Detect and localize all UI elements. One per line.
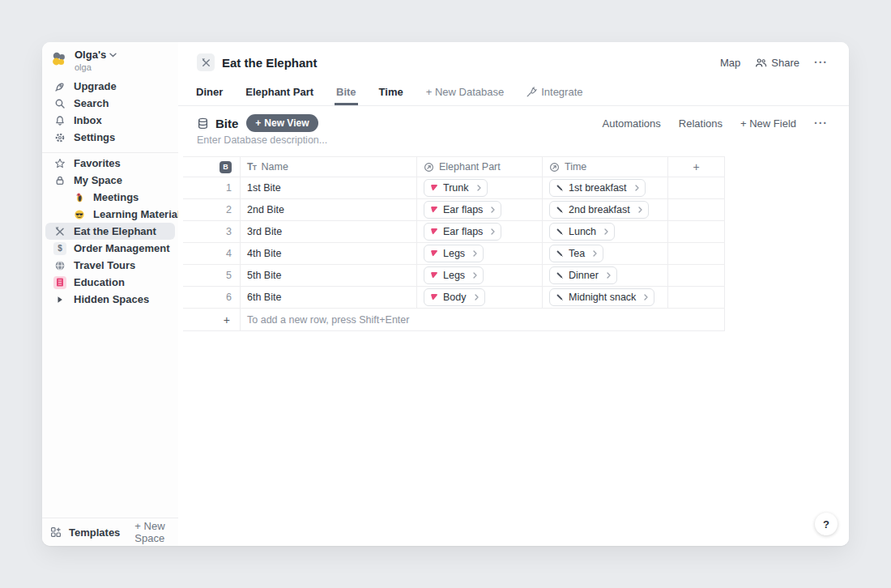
open-entity-chevron[interactable] [604,228,608,235]
empty-cell[interactable] [668,287,725,308]
name-cell[interactable]: 4th Bite [241,243,417,264]
lock-icon [53,174,66,187]
sidebar-item-meetings[interactable]: Meetings [45,189,175,206]
new-database-button[interactable]: + New Database [424,86,505,105]
sidebar-item-label: Favorites [74,157,121,169]
workspace-switcher[interactable]: Olga's olga [50,49,117,73]
sidebar-item-hidden-spaces[interactable]: Hidden Spaces [45,291,175,308]
empty-cell[interactable] [668,243,725,264]
help-button[interactable]: ? [815,513,838,535]
time-cell[interactable]: Tea [543,243,668,264]
column-header-time[interactable]: Time [543,157,668,177]
sidebar-item-inbox[interactable]: Inbox [45,112,175,129]
empty-cell[interactable] [668,199,725,220]
open-entity-chevron[interactable] [593,250,597,257]
add-row-plus-button[interactable]: + [183,309,241,330]
database-badge[interactable]: B [220,161,232,173]
integrate-button[interactable]: Integrate [525,86,584,105]
elephant-part-cell[interactable]: Ear flaps [417,221,543,242]
sidebar: Olga's olga Upgrade [42,42,179,546]
empty-cell[interactable] [668,221,725,242]
sidebar-item-label: Learning Materials [93,208,186,220]
open-entity-chevron[interactable] [607,272,611,279]
open-entity-chevron[interactable] [473,272,477,279]
column-header-name[interactable]: TT Name [241,157,417,177]
sidebar-item-search[interactable]: Search [45,95,175,112]
sidebar-item-eat-the-elephant[interactable]: Eat the Elephant [45,223,175,240]
column-header-elephant-part[interactable]: Elephant Part [417,157,543,177]
sidebar-item-label: Meetings [93,191,139,203]
relation-tag[interactable]: 1st breakfast [549,179,646,197]
open-entity-chevron[interactable] [635,185,639,191]
empty-cell[interactable] [668,265,725,286]
sidebar-item-settings[interactable]: Settings [45,129,175,146]
open-entity-chevron[interactable] [491,207,495,213]
relation-tag[interactable]: Legs [424,266,484,284]
time-cell[interactable]: Lunch [543,221,668,242]
automations-button[interactable]: Automations [603,117,661,130]
relations-button[interactable]: Relations [679,117,723,130]
sidebar-item-travel-tours[interactable]: Travel Tours [45,257,175,274]
sidebar-item-my-space[interactable]: My Space [45,172,175,189]
relation-tag[interactable]: Midnight snack [549,288,654,306]
relation-tag[interactable]: Lunch [549,223,615,241]
sidebar-item-education[interactable]: Education [45,274,175,291]
elephant-part-cell[interactable]: Ear flaps [417,199,543,220]
sidebar-item-order-management[interactable]: $ Order Management [45,240,175,257]
share-button[interactable]: Share [755,57,799,69]
relation-tag[interactable]: Dinner [549,266,617,284]
templates-label: Templates [69,526,120,539]
sidebar-item-favorites[interactable]: Favorites [45,155,175,172]
elephant-part-cell[interactable]: Legs [417,243,543,264]
time-cell[interactable]: 1st breakfast [543,177,668,198]
view-more-button[interactable]: ··· [814,117,828,130]
open-entity-chevron[interactable] [638,207,642,213]
row-number: 4 [226,248,232,259]
sidebar-item-upgrade[interactable]: Upgrade [45,78,175,95]
sidebar-item-learning-materials[interactable]: Learning Materials [45,206,175,223]
elephant-part-cell[interactable]: Body [417,287,543,308]
relation-tag[interactable]: Ear flaps [424,201,501,219]
templates-button[interactable]: Templates [50,526,120,539]
elephant-part-cell[interactable]: Trunk [417,177,543,198]
open-entity-chevron[interactable] [491,228,495,235]
new-space-button[interactable]: + New Space [134,520,178,544]
open-entity-chevron[interactable] [644,294,648,300]
row-number: 5 [226,270,232,281]
relation-tag[interactable]: Trunk [424,179,488,197]
name-cell[interactable]: 6th Bite [241,287,417,308]
time-cell[interactable]: 2nd breakfast [543,199,668,220]
relation-tag[interactable]: Tea [549,245,603,262]
globe-icon [53,259,66,272]
open-entity-chevron[interactable] [475,294,479,300]
time-cell[interactable]: Midnight snack [543,287,668,308]
pen-icon [556,249,564,258]
more-options-button[interactable]: ··· [814,56,828,69]
relation-tag[interactable]: Ear flaps [424,223,501,241]
new-view-button[interactable]: + New View [246,114,318,132]
view-title: Bite [215,117,238,130]
relation-tag[interactable]: 2nd breakfast [549,201,649,219]
main-area: Eat the Elephant Map Share ··· Diner Ele… [178,42,849,546]
open-entity-chevron[interactable] [473,250,477,257]
relation-tag[interactable]: Body [424,288,485,306]
empty-cell[interactable] [668,177,725,198]
new-view-label: New View [264,117,309,129]
name-cell[interactable]: 1st Bite [241,177,417,198]
database-description-input[interactable]: Enter Database description... [197,134,327,146]
tab-bite[interactable]: Bite [335,86,358,105]
tab-diner[interactable]: Diner [194,86,224,105]
tab-time[interactable]: Time [377,86,405,105]
relation-tag[interactable]: Legs [424,245,484,262]
name-cell[interactable]: 3rd Bite [241,221,417,242]
map-button[interactable]: Map [720,57,740,69]
time-cell[interactable]: Dinner [543,265,668,286]
elephant-part-cell[interactable]: Legs [417,265,543,286]
name-cell[interactable]: 2nd Bite [241,199,417,220]
name-cell[interactable]: 5th Bite [241,265,417,286]
open-entity-chevron[interactable] [477,185,481,191]
add-row[interactable]: + To add a new row, press Shift+Enter [183,309,725,331]
new-field-button[interactable]: + New Field [740,117,796,130]
tab-elephant-part[interactable]: Elephant Part [244,86,315,105]
add-column-button[interactable]: + [668,157,725,177]
